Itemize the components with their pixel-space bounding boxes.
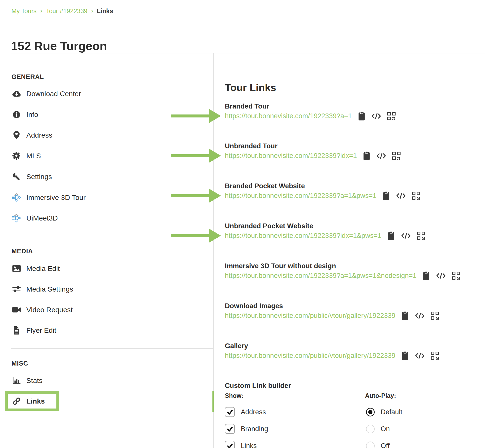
tour-link-entry-immersive-3d-no-design: Immersive 3D Tour without design https:/…: [225, 262, 460, 281]
map-marker-icon: [11, 131, 21, 139]
breadcrumb: My Tours › Tour #1922339 › Links: [11, 7, 113, 15]
immersive-3d-icon: [11, 214, 21, 223]
tour-link-entry-gallery: Gallery https://tour.bonnevisite.com/pub…: [225, 342, 439, 361]
breadcrumb-links-current: Links: [97, 7, 113, 15]
sidebar-item-media-edit[interactable]: Media Edit: [11, 263, 60, 274]
custom-link-builder-heading: Custom Link builder: [225, 382, 291, 390]
embed-code-icon[interactable]: [436, 272, 446, 280]
sliders-icon: [11, 286, 21, 293]
immersive-3d-icon: [11, 193, 21, 202]
link-label: Gallery: [225, 342, 439, 350]
address-checkbox[interactable]: [225, 407, 235, 417]
copy-link-icon[interactable]: [402, 311, 409, 320]
sidebar-item-media-settings[interactable]: Media Settings: [11, 284, 73, 295]
link-label: Branded Tour: [225, 102, 396, 110]
gear-icon: [11, 152, 21, 160]
tour-link-url[interactable]: https://tour.bonnevisite.com/public/vtou…: [225, 312, 395, 320]
autoplay-option-default: Default: [366, 406, 402, 418]
chevron-right-icon: ›: [91, 7, 93, 14]
cloud-download-icon: [11, 90, 21, 97]
qr-code-icon[interactable]: [412, 192, 420, 200]
qr-code-icon[interactable]: [431, 352, 439, 360]
sidebar-item-settings[interactable]: Settings: [11, 171, 52, 182]
tour-links-page: My Tours › Tour #1922339 › Links 152 Rue…: [0, 0, 485, 448]
sidebar-divider: [11, 236, 213, 236]
default-radio[interactable]: [366, 408, 375, 416]
tour-link-entry-branded-pocket-website: Branded Pocket Website https://tour.bonn…: [225, 182, 420, 201]
show-option-address: Address: [225, 406, 266, 418]
sidebar-item-mls[interactable]: MLS: [11, 150, 41, 161]
qr-code-icon[interactable]: [431, 312, 439, 320]
header-divider: [11, 53, 485, 53]
embed-code-icon[interactable]: [371, 112, 381, 120]
chevron-right-icon: ›: [40, 7, 42, 14]
video-camera-icon: [11, 306, 21, 313]
embed-code-icon[interactable]: [401, 232, 411, 240]
sidebar-item-video-request[interactable]: Video Request: [11, 304, 73, 315]
breadcrumb-my-tours[interactable]: My Tours: [11, 7, 37, 15]
bar-chart-icon: [11, 377, 21, 384]
wrench-icon: [11, 173, 21, 181]
chain-link-icon: [11, 397, 21, 406]
sidebar-item-stats[interactable]: Stats: [11, 375, 42, 386]
sidebar-item-uimeet3d[interactable]: UiMeet3D: [11, 213, 58, 224]
qr-code-icon[interactable]: [392, 152, 401, 160]
qr-code-icon[interactable]: [452, 272, 460, 280]
tour-link-entry-download-images: Download Images https://tour.bonnevisite…: [225, 302, 439, 321]
divider-green-mark: [212, 391, 214, 412]
autoplay-option-on: On: [366, 423, 390, 435]
tour-link-url[interactable]: https://tour.bonnevisite.com/1922339?a=1…: [225, 272, 416, 280]
tour-links-heading: Tour Links: [225, 82, 276, 94]
links-checkbox[interactable]: [225, 441, 235, 448]
section-header-media: MEDIA: [11, 247, 33, 255]
image-icon: [11, 265, 21, 272]
link-label: Unbranded Pocket Website: [225, 222, 425, 230]
show-option-links: Links: [225, 440, 257, 448]
link-label: Unbranded Tour: [225, 142, 401, 150]
copy-link-icon[interactable]: [423, 271, 430, 280]
link-label: Immersive 3D Tour without design: [225, 262, 460, 270]
copy-link-icon[interactable]: [388, 231, 395, 240]
autoplay-label: Auto-Play:: [365, 392, 396, 399]
sidebar-item-flyer-edit[interactable]: Flyer Edit: [11, 325, 56, 336]
branding-checkbox[interactable]: [225, 424, 235, 434]
tour-link-url[interactable]: https://tour.bonnevisite.com/1922339?idx…: [225, 232, 381, 240]
tour-link-entry-unbranded-tour: Unbranded Tour https://tour.bonnevisite.…: [225, 142, 401, 161]
tour-link-entry-branded-tour: Branded Tour https://tour.bonnevisite.co…: [225, 102, 396, 121]
info-circle-icon: [11, 111, 21, 118]
document-icon: [11, 326, 21, 335]
copy-link-icon[interactable]: [358, 112, 365, 120]
on-radio[interactable]: [366, 425, 375, 433]
embed-code-icon[interactable]: [376, 152, 386, 160]
link-label: Download Images: [225, 302, 439, 310]
embed-code-icon[interactable]: [415, 312, 425, 320]
off-radio[interactable]: [366, 442, 375, 448]
show-label: Show:: [225, 392, 243, 399]
sidebar-divider: [11, 348, 213, 349]
section-header-general: GENERAL: [11, 73, 44, 81]
copy-link-icon[interactable]: [383, 191, 390, 200]
page-title: 152 Rue Turgeon: [11, 39, 107, 53]
tour-link-entry-unbranded-pocket-website: Unbranded Pocket Website https://tour.bo…: [225, 222, 425, 241]
copy-link-icon[interactable]: [402, 351, 409, 360]
tour-link-url[interactable]: https://tour.bonnevisite.com/1922339?idx…: [225, 152, 357, 160]
qr-code-icon[interactable]: [417, 232, 425, 240]
tour-link-url[interactable]: https://tour.bonnevisite.com/1922339?a=1: [225, 112, 352, 120]
section-header-misc: MISC: [11, 360, 28, 367]
breadcrumb-tour-number[interactable]: Tour #1922339: [46, 7, 87, 15]
sidebar-item-immersive-3d-tour[interactable]: Immersive 3D Tour: [11, 192, 86, 203]
qr-code-icon[interactable]: [387, 112, 396, 120]
tour-link-url[interactable]: https://tour.bonnevisite.com/public/vtou…: [225, 352, 395, 360]
copy-link-icon[interactable]: [363, 151, 370, 160]
embed-code-icon[interactable]: [396, 192, 406, 200]
tour-link-url[interactable]: https://tour.bonnevisite.com/1922339?a=1…: [225, 192, 376, 200]
embed-code-icon[interactable]: [415, 352, 425, 360]
autoplay-option-off: Off: [366, 440, 390, 448]
sidebar-item-address[interactable]: Address: [11, 130, 52, 141]
sidebar-item-info[interactable]: Info: [11, 109, 38, 120]
link-label: Branded Pocket Website: [225, 182, 420, 190]
sidebar-item-download-center[interactable]: Download Center: [11, 88, 81, 99]
show-option-branding: Branding: [225, 423, 268, 435]
panel-divider: [213, 53, 214, 448]
sidebar-item-links[interactable]: Links: [11, 396, 45, 407]
